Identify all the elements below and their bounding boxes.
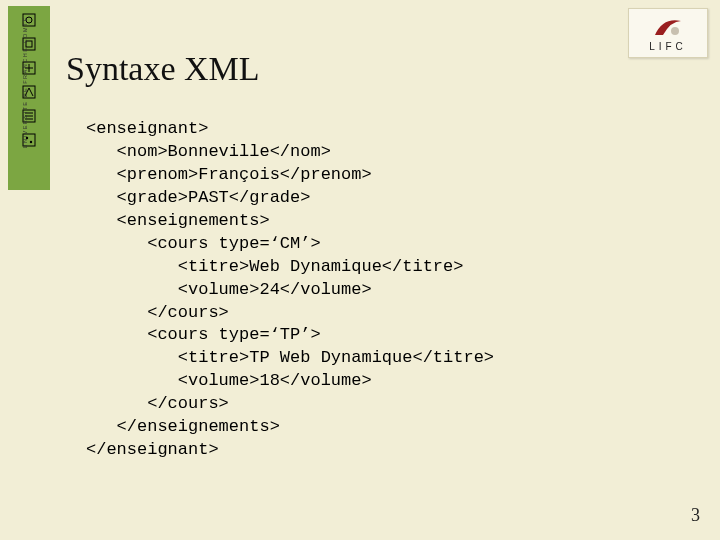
svg-point-15 (671, 27, 679, 35)
xml-code-block: <enseignant> <nom>Bonneville</nom> <pren… (86, 118, 494, 462)
logo-text: LIFC (649, 41, 687, 52)
left-sidebar: UNIVERSITE DE FRANCHE-COMTE (8, 6, 50, 190)
sidebar-label: UNIVERSITE DE FRANCHE-COMTE (22, 16, 28, 148)
logo-swoosh-icon (653, 15, 683, 39)
lifc-logo: LIFC (628, 8, 708, 58)
slide-title: Syntaxe XML (66, 50, 260, 88)
page-number: 3 (691, 505, 700, 526)
svg-point-14 (30, 141, 32, 143)
